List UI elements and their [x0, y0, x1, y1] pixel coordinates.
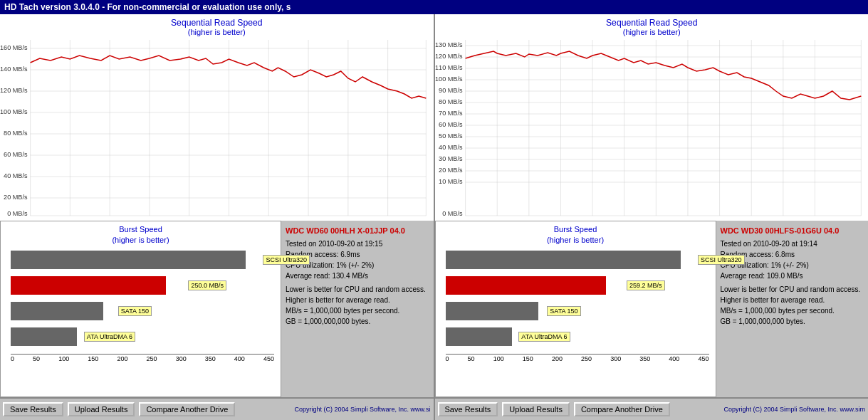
right-info-note2: Higher is better for average read.: [721, 295, 864, 305]
left-seq-title: Sequential Read Speed: [171, 18, 262, 28]
ata-bar-row: ATA UltraDMA 6: [11, 327, 278, 346]
left-info-note3: MB/s = 1,000,000 bytes per second.: [286, 305, 429, 316]
main-content: Sequential Read Speed (higher is better)…: [0, 14, 868, 420]
right-seq-chart: Sequential Read Speed (higher is better)…: [435, 14, 869, 221]
svg-text:10 MB/s: 10 MB/s: [439, 178, 463, 185]
right-info-note3: MB/s = 1,000,000 bytes per second.: [721, 305, 864, 316]
left-burst-xaxis: 0 50 100 150 200 250 300 350 400 450: [11, 354, 274, 362]
right-save-button[interactable]: Save Results: [438, 402, 498, 416]
left-save-button[interactable]: Save Results: [3, 402, 63, 416]
svg-text:70 MB/s: 70 MB/s: [439, 110, 463, 117]
svg-text:30 MB/s: 30 MB/s: [439, 155, 463, 162]
svg-text:40 MB/s: 40 MB/s: [439, 144, 463, 151]
r-scsi-bar: SCSI Ultra320: [446, 251, 681, 269]
r-scsi-bar-row: SCSI Ultra320: [446, 251, 713, 269]
r-current-label: 259.2 MB/s: [627, 280, 665, 290]
left-burst-chart: Burst Speed (higher is better) SCSI Ultr…: [0, 221, 281, 397]
left-copyright: Copyright (C) 2004 Simpli Software, Inc.…: [239, 406, 430, 413]
svg-text:50 MB/s: 50 MB/s: [439, 132, 463, 140]
svg-text:0 MB/s: 0 MB/s: [442, 210, 463, 217]
right-burst-chart: Burst Speed (higher is better) SCSI Ultr…: [435, 221, 716, 397]
svg-text:110 MB/s: 110 MB/s: [435, 64, 463, 71]
current-bar-row: 250.0 MB/s: [11, 276, 278, 295]
right-info-title: WDC WD30 00HLFS-01G6U 04.0: [721, 225, 864, 237]
r-sata-bar-row: SATA 150: [446, 302, 713, 320]
svg-text:100 MB/s: 100 MB/s: [435, 75, 463, 83]
scsi-bar: SCSI Ultra320: [11, 251, 246, 269]
svg-text:100 MB/s: 100 MB/s: [0, 108, 28, 115]
ata-label: ATA UltraDMA 6: [84, 332, 135, 342]
right-panel: Sequential Read Speed (higher is better)…: [435, 14, 869, 420]
current-bar: 250.0 MB/s: [11, 276, 166, 295]
svg-text:Sequential Read Speed: Sequential Read Speed: [606, 18, 697, 28]
left-info-line4: Average read: 130.4 MB/s: [286, 271, 429, 281]
svg-text:80 MB/s: 80 MB/s: [439, 98, 463, 105]
sata-label: SATA 150: [118, 306, 152, 316]
ata-bar: ATA UltraDMA 6: [11, 327, 77, 346]
right-compare-button[interactable]: Compare Another Drive: [574, 402, 670, 416]
left-info-note4: GB = 1,000,000,000 bytes.: [286, 316, 429, 327]
left-seq-subtitle: (higher is better): [188, 28, 246, 36]
title-bar: HD Tach version 3.0.4.0 - For non-commer…: [0, 0, 868, 14]
scsi-bar-row: SCSI Ultra320: [11, 251, 278, 269]
left-burst-title: Burst Speed (higher is better): [4, 224, 278, 246]
svg-text:120 MB/s: 120 MB/s: [0, 87, 28, 94]
left-panel: Sequential Read Speed (higher is better)…: [0, 14, 435, 420]
left-seq-svg: Sequential Read Speed (higher is better)…: [0, 14, 434, 221]
left-upload-button[interactable]: Upload Results: [68, 402, 135, 416]
svg-text:90 MB/s: 90 MB/s: [439, 87, 463, 94]
r-sata-label: SATA 150: [547, 306, 580, 316]
right-footer: Save Results Upload Results Compare Anot…: [435, 397, 869, 420]
right-burst-xaxis: 0 50 100 150 200 250 300 350 400 450: [446, 354, 709, 362]
left-info-line1: Tested on 2010-09-20 at 19:15: [286, 238, 429, 249]
r-sata-bar: SATA 150: [446, 302, 538, 320]
svg-text:(higher is better): (higher is better): [622, 28, 680, 36]
right-info-line1: Tested on 2010-09-20 at 19:14: [721, 238, 864, 249]
r-ata-label: ATA UltraDMA 6: [518, 332, 570, 342]
r-scsi-label: SCSI Ultra320: [698, 255, 745, 265]
scsi-label: SCSI Ultra320: [263, 255, 310, 265]
r-current-bar: 259.2 MB/s: [446, 276, 606, 295]
right-info-panel: WDC WD30 00HLFS-01G6U 04.0 Tested on 201…: [716, 221, 869, 397]
right-burst-bars: SCSI Ultra320 259.2 MB/s SATA 150: [439, 251, 713, 354]
right-info-note1: Lower is better for CPU and random acces…: [721, 284, 864, 295]
r-ata-bar-row: ATA UltraDMA 6: [446, 327, 713, 346]
right-info-note4: GB = 1,000,000,000 bytes.: [721, 316, 864, 327]
svg-text:40 MB/s: 40 MB/s: [4, 172, 28, 179]
svg-text:60 MB/s: 60 MB/s: [4, 151, 28, 158]
svg-text:20 MB/s: 20 MB/s: [439, 167, 463, 174]
left-footer: Save Results Upload Results Compare Anot…: [0, 397, 434, 420]
right-info-line4: Average read: 109.0 MB/s: [721, 271, 864, 281]
svg-text:60 MB/s: 60 MB/s: [439, 121, 463, 128]
svg-text:140 MB/s: 140 MB/s: [0, 65, 28, 73]
left-seq-chart: Sequential Read Speed (higher is better)…: [0, 14, 434, 221]
left-info-title: WDC WD60 00HLH X-01JJP 04.0: [286, 225, 429, 237]
svg-text:80 MB/s: 80 MB/s: [4, 130, 28, 137]
svg-text:160 MB/s: 160 MB/s: [0, 44, 28, 51]
right-bottom: Burst Speed (higher is better) SCSI Ultr…: [435, 221, 869, 397]
left-info-note1: Lower is better for CPU and random acces…: [286, 284, 429, 295]
r-ata-bar: ATA UltraDMA 6: [446, 327, 512, 346]
app-title: HD Tach version 3.0.4.0 - For non-commer…: [4, 2, 291, 12]
right-seq-svg: Sequential Read Speed (higher is better)…: [435, 14, 869, 221]
svg-text:20 MB/s: 20 MB/s: [4, 194, 28, 201]
left-burst-bars: SCSI Ultra320 250.0 MB/s SATA 150: [4, 251, 278, 354]
svg-text:0 MB/s: 0 MB/s: [7, 210, 28, 217]
right-upload-button[interactable]: Upload Results: [502, 402, 570, 416]
left-info-panel: WDC WD60 00HLH X-01JJP 04.0 Tested on 20…: [281, 221, 434, 397]
right-copyright: Copyright (C) 2004 Simpli Software, Inc.…: [674, 406, 865, 413]
current-label: 250.0 MB/s: [188, 280, 226, 290]
right-burst-title: Burst Speed (higher is better): [439, 224, 713, 246]
sata-bar: SATA 150: [11, 302, 103, 320]
sata-bar-row: SATA 150: [11, 302, 278, 320]
r-current-bar-row: 259.2 MB/s: [446, 276, 713, 295]
left-compare-button[interactable]: Compare Another Drive: [139, 402, 235, 416]
svg-text:130 MB/s: 130 MB/s: [435, 41, 463, 48]
left-bottom: Burst Speed (higher is better) SCSI Ultr…: [0, 221, 434, 397]
svg-text:120 MB/s: 120 MB/s: [435, 53, 463, 60]
left-info-note2: Higher is better for average read.: [286, 295, 429, 305]
